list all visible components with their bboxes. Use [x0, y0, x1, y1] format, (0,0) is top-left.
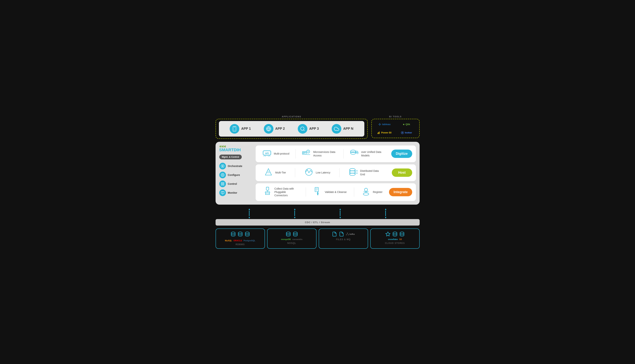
microservices-text: Microservices Data Access [313, 150, 337, 157]
svg-point-84 [293, 232, 297, 234]
svg-point-17 [222, 166, 223, 166]
data-source-rdbms: MySQL ORACLE PostgreSQL RDBMS [216, 228, 265, 249]
svg-point-85 [347, 232, 348, 233]
platform-row-host: Multi-Tier Low Latency [256, 164, 416, 181]
svg-line-66 [265, 193, 266, 194]
svg-line-6 [303, 130, 304, 131]
data-sources: MySQL ORACLE PostgreSQL RDBMS mongoDB ca… [216, 228, 420, 249]
svg-point-60 [357, 170, 358, 171]
sidebar-item-monitor[interactable]: Monitor [219, 190, 253, 196]
sidebar-item-orchestrate[interactable]: Orchestrate [219, 163, 253, 170]
digitize-button[interactable]: Digitize [391, 150, 412, 158]
svg-line-88 [347, 233, 348, 234]
rdbms-label: RDBMS [236, 243, 245, 246]
applications-container: APPLICATIONS APP 1 AP [216, 116, 368, 139]
app3-icon [298, 124, 307, 134]
svg-rect-32 [302, 152, 306, 154]
host-button[interactable]: Host [392, 168, 412, 177]
unified-icon [350, 148, 359, 159]
row-item-datagrid: Distributed Data Grid [349, 167, 384, 178]
api-icon: API [262, 148, 271, 159]
integrate-items: Collect Data with Pluggable Connectors [259, 186, 386, 198]
appN-label: APP N [343, 127, 353, 131]
configure-icon [219, 172, 226, 178]
row-item-validate: Validate & Cleanse [313, 187, 347, 198]
api-text: Multi-protocol [274, 152, 289, 155]
lowlatency-icon [304, 167, 313, 178]
nosql-db2-icon [293, 232, 298, 237]
cloud-icons [385, 232, 405, 237]
applications-box: APP 1 APP 2 APP 3 [216, 119, 368, 139]
svg-rect-8 [379, 124, 380, 126]
v-arrows: ▲ ▼ ▲ ▼ ▲ ▼ ▲ ▼ [216, 208, 420, 219]
sidebar-item-control[interactable]: Control [219, 180, 253, 187]
svg-point-76 [364, 188, 368, 191]
monitor-icon [219, 190, 226, 196]
cassandra-brand: cassandra [292, 238, 302, 240]
lowlatency-text: Low Latency [316, 171, 331, 174]
validate-text: Validate & Cleanse [325, 190, 347, 194]
top-section: APPLICATIONS APP 1 AP [216, 116, 420, 139]
sep5 [306, 187, 306, 197]
snowflake-brand: snowflake [388, 238, 398, 240]
arrow-2: ▲ ▼ [293, 208, 296, 219]
sep1 [295, 149, 296, 158]
integrate-button[interactable]: Integrate [389, 188, 412, 196]
sidebar-item-configure[interactable]: Configure [219, 172, 253, 178]
sidebar: 🌿🌿🌿 SMARTDIH Mgmt. & Control Orchestrate [219, 146, 253, 201]
bi-looker: looker [401, 131, 412, 134]
svg-point-61 [357, 172, 358, 172]
svg-marker-46 [265, 168, 271, 175]
app2-icon [264, 124, 273, 134]
control-label: Control [228, 182, 237, 185]
svg-rect-23 [221, 191, 224, 194]
s3-brand: S3 [399, 238, 402, 240]
logo-text: SMARTDIH [219, 148, 253, 152]
bi-tools-label: BI TOOLS [371, 116, 420, 118]
cloud-label: CLOUD STORES [385, 242, 405, 244]
arrow-3: ▲ ▼ [339, 208, 342, 219]
svg-point-81 [238, 232, 242, 234]
svg-point-91 [393, 232, 397, 234]
app1-label: APP 1 [241, 127, 251, 131]
cdc-section: ▲ ▼ ▲ ▼ ▲ ▼ ▲ ▼ CDC / ETL / Stream [216, 208, 420, 226]
sep2 [343, 149, 344, 158]
apps-inner: APP 1 APP 2 APP 3 [219, 121, 364, 136]
svg-line-67 [269, 193, 269, 194]
mysql-brand: MySQL [225, 240, 232, 242]
logo-dih: DIH [234, 148, 241, 152]
mongo-brand: mongoDB [281, 238, 291, 240]
collect-icon [263, 186, 272, 198]
configure-label: Configure [228, 174, 240, 176]
svg-rect-63 [266, 187, 269, 190]
nosql-label: NOSQL [287, 242, 296, 244]
bi-tools-grid: tableau ● Qlik Power BI looker [374, 121, 417, 136]
app2-label: APP 2 [275, 127, 285, 131]
svg-point-53 [350, 171, 355, 173]
monitor-label: Monitor [228, 191, 237, 194]
svg-rect-65 [265, 192, 270, 193]
files-mq-label: FILES & MQ [336, 238, 351, 241]
svg-rect-19 [221, 182, 222, 184]
svg-rect-11 [378, 133, 378, 134]
cloud-icon-2 [392, 232, 398, 237]
arrow-4: ▲ ▼ [384, 208, 387, 219]
sidebar-nav: Orchestrate Configure Control [219, 163, 253, 196]
data-source-files-mq: kafka FILES & MQ [319, 228, 368, 249]
row-item-collect: Collect Data with Pluggable Connectors [263, 186, 298, 198]
appN-icon [332, 124, 341, 134]
svg-point-80 [231, 232, 235, 234]
looker-label: looker [405, 131, 412, 134]
row-item-unified: over Unified Data Models [350, 148, 385, 159]
svg-rect-20 [223, 182, 224, 184]
svg-rect-12 [378, 132, 379, 134]
app1-icon [230, 124, 239, 134]
svg-point-62 [357, 173, 358, 174]
app-item-3: APP 3 [298, 124, 319, 134]
data-source-nosql: mongoDB cassandra NOSQL [267, 228, 316, 249]
file-icon-2 [339, 232, 344, 237]
applications-label: APPLICATIONS [216, 116, 368, 118]
app-item-n: APP N [332, 124, 353, 134]
svg-point-45 [356, 152, 359, 154]
nosql-icons [286, 232, 298, 237]
